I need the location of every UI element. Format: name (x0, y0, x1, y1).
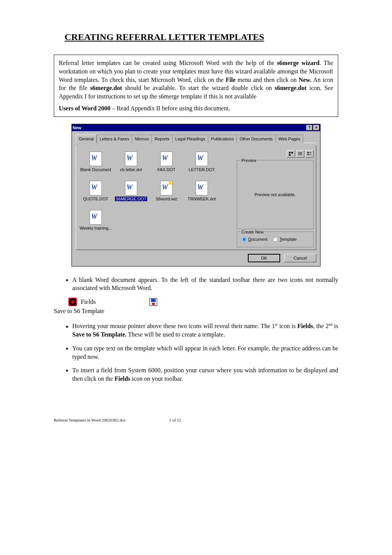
file-label: Blank Document (80, 167, 111, 172)
svg-rect-8 (307, 154, 309, 155)
template-letter[interactable]: LETTER.DOT (184, 150, 219, 178)
svg-rect-6 (307, 152, 309, 153)
bold-save-s6: Save to S6 Template. (72, 331, 126, 338)
word-doc-icon (160, 152, 173, 166)
text: Referral letter templates can be created… (59, 60, 277, 66)
tab-strip: General Letters & Faxes Memos Reports Le… (76, 134, 316, 143)
view-large-icons-button[interactable] (287, 150, 295, 158)
page-footer: Referral Templates in Word 20020302.doc … (54, 417, 338, 423)
template-trnweek[interactable]: TRNWEEK.dot (184, 179, 219, 208)
text: Hovering your mouse pointer above these … (72, 323, 275, 330)
bold-new: New. (299, 77, 311, 83)
word-doc-icon (90, 181, 102, 195)
bold-s6merge-wizard: s6merge wizard (277, 60, 320, 66)
bullet-3: You can type text on the template which … (72, 344, 338, 361)
text: is (332, 323, 338, 330)
intro-paragraph-2: Users of Word 2000 – Read Appendix II be… (59, 104, 333, 113)
radio-template-label: emplate (282, 237, 297, 242)
ok-button[interactable]: OK (248, 254, 280, 262)
word-doc-icon (90, 152, 102, 166)
view-details-button[interactable] (305, 150, 314, 158)
tab-letters-faxes[interactable]: Letters & Faxes (96, 135, 132, 143)
footer-page-number: 1 of 12 (169, 417, 181, 423)
bullet-4: To insert a field from System 6000, posi… (72, 366, 338, 383)
word-doc-icon (90, 210, 102, 225)
svg-rect-0 (289, 152, 291, 153)
template-cb-letter[interactable]: cb letter.dot (114, 150, 148, 178)
text: To insert a field from System 6000, posi… (72, 367, 338, 382)
template-weekly-training[interactable]: Weekly training... (78, 208, 113, 237)
svg-rect-7 (309, 152, 311, 153)
close-button[interactable]: × (313, 125, 319, 130)
bullet-2: Hovering your mouse pointer above these … (72, 322, 338, 339)
template-blank-document[interactable]: Blank Document (78, 150, 113, 178)
cancel-button[interactable]: Cancel (284, 254, 316, 262)
svg-rect-3 (298, 152, 302, 153)
radio-document-label: ocument (251, 237, 267, 242)
titlebar: New ? × (72, 124, 320, 131)
tab-publications[interactable]: Publications (208, 135, 237, 143)
radio-document-input[interactable] (242, 237, 247, 242)
text: icon on your toolbar. (130, 375, 183, 382)
page-title: CREATING REFERRAL LETTER TEMPLATES (54, 31, 338, 43)
fields-icon-label: Fields (81, 298, 96, 306)
fields-toolbar-icon (68, 298, 77, 306)
tab-memos[interactable]: Memos (132, 135, 152, 143)
text: These will be used to create a template. (126, 331, 225, 338)
create-new-fieldset: Create New Document Template (237, 232, 314, 247)
text: menu and then click on (236, 77, 299, 83)
create-new-legend: Create New (240, 229, 265, 235)
intro-paragraph-1: Referral letter templates can be created… (59, 59, 333, 100)
radio-document[interactable]: Document (242, 237, 267, 242)
svg-rect-4 (298, 153, 302, 154)
preview-area: Preview not available. (240, 164, 310, 226)
template-fax[interactable]: FAX.DOT (149, 150, 184, 178)
word-doc-icon (125, 181, 137, 195)
text: icon is (277, 323, 297, 330)
save-s6-template-icon (149, 298, 157, 306)
bold-fields: Fields (297, 323, 313, 330)
svg-rect-2 (289, 154, 291, 156)
file-label: TRNWEEK.dot (188, 197, 216, 201)
bullet-1: A blank Word document appears. To the le… (72, 276, 338, 292)
bold-s6merge-dot: s6merge.dot (90, 85, 122, 91)
tab-reports[interactable]: Reports (151, 135, 173, 143)
template-s6merge[interactable]: S6MERGE.DOT (114, 179, 148, 208)
svg-rect-1 (291, 152, 293, 153)
word-doc-icon (196, 152, 208, 166)
template-grid: Blank Document cb letter.dot FAX.DOT LET… (78, 150, 231, 247)
footer-filename: Referral Templates in Word 20020302.doc (54, 417, 169, 423)
tab-web-pages[interactable]: Web Pages (276, 135, 304, 143)
file-label: Weekly training... (80, 226, 112, 230)
template-quote[interactable]: QUOTE.DOT (78, 179, 113, 208)
superscript-nd: nd (329, 322, 332, 327)
file-label: FAX.DOT (157, 167, 175, 172)
bold-s6merge-dot2: s6merge.dot (275, 85, 307, 91)
text: – Read Appendix II before using this doc… (110, 105, 230, 112)
tab-general[interactable]: General (76, 135, 97, 143)
file-label: cb letter.dot (120, 167, 142, 172)
file-label: LETTER.DOT (189, 167, 215, 172)
tab-other-documents[interactable]: Other Documents (236, 135, 276, 143)
radio-template[interactable]: Template (273, 237, 297, 242)
preview-fieldset: Preview Preview not available. (237, 160, 314, 229)
radio-template-input[interactable] (273, 237, 278, 242)
help-button[interactable]: ? (306, 125, 312, 130)
word-doc-icon (125, 152, 137, 166)
file-label: QUOTE.DOT (83, 197, 108, 201)
new-dialog: New ? × General Letters & Faxes Memos Re… (71, 124, 321, 267)
svg-rect-5 (298, 155, 302, 155)
wizard-icon (160, 181, 173, 195)
bold-file: File (226, 77, 236, 83)
svg-rect-9 (309, 154, 311, 155)
bold-fields2: Fields (115, 375, 130, 382)
tab-legal-pleadings[interactable]: Legal Pleadings (172, 135, 208, 143)
word-doc-icon (196, 181, 208, 195)
view-list-button[interactable] (296, 150, 304, 158)
dialog-title: New (73, 125, 81, 131)
template-s6word-wiz[interactable]: S6word.wiz (149, 179, 184, 208)
file-label: S6word.wiz (156, 197, 177, 201)
text: should be available. To start the wizard… (122, 85, 274, 91)
preview-legend: Preview (240, 158, 257, 163)
intro-box: Referral letter templates can be created… (54, 55, 338, 117)
